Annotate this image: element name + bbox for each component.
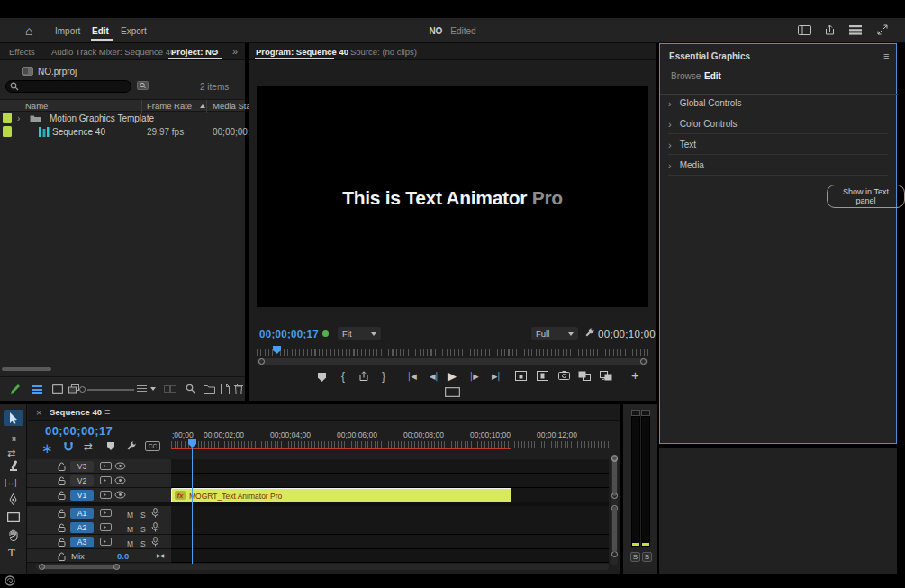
type-tool[interactable]: T bbox=[8, 546, 15, 560]
settings-wrench-icon[interactable] bbox=[584, 327, 595, 339]
tab-project[interactable]: Project: NO bbox=[171, 47, 218, 57]
program-panel-menu-icon[interactable]: ≡ bbox=[326, 46, 331, 57]
export-frame-camera-icon[interactable] bbox=[558, 371, 570, 380]
label-color-swatch[interactable] bbox=[3, 113, 12, 123]
write-keyframes-icon[interactable]: ▶◀ bbox=[157, 552, 163, 558]
essential-graphics-menu-icon[interactable]: ≡ bbox=[883, 50, 889, 61]
step-back-icon[interactable]: ◀│ bbox=[430, 372, 439, 381]
icon-view-icon[interactable] bbox=[52, 384, 63, 394]
sort-ascending-icon[interactable] bbox=[200, 104, 205, 108]
extract-icon[interactable] bbox=[537, 371, 548, 381]
voiceover-mic-icon[interactable] bbox=[151, 508, 159, 519]
track-target-a3[interactable]: A3 bbox=[70, 537, 94, 547]
project-row-sequence[interactable]: Sequence 40 29,97 fps 00;00;00;0 bbox=[0, 125, 245, 139]
ripple-edit-tool[interactable]: ⇄ bbox=[7, 448, 15, 459]
playback-resolution-select[interactable]: Full bbox=[531, 327, 578, 340]
pen-tool[interactable] bbox=[8, 493, 18, 505]
list-horizontal-scrollbar[interactable] bbox=[2, 367, 51, 371]
timeline-h-thumb[interactable] bbox=[41, 565, 120, 569]
h-thumb-right-handle[interactable] bbox=[113, 564, 120, 570]
linked-selection-icon[interactable]: ⇄ bbox=[84, 440, 93, 453]
lock-icon[interactable] bbox=[58, 509, 66, 518]
item-name[interactable]: Sequence 40 bbox=[52, 127, 105, 137]
tab-audio-track-mixer[interactable]: Audio Track Mixer: Sequence 40 bbox=[51, 47, 175, 57]
clear-trash-icon[interactable] bbox=[234, 384, 243, 394]
program-current-timecode[interactable]: 00;00;00;17 bbox=[259, 329, 319, 339]
column-divider[interactable] bbox=[141, 100, 142, 113]
mark-in-icon[interactable]: { bbox=[341, 370, 345, 383]
project-writable-icon[interactable] bbox=[9, 384, 21, 395]
multicam-icon[interactable] bbox=[600, 371, 612, 381]
show-in-text-panel-button[interactable]: Show in Text panel bbox=[827, 185, 905, 208]
program-video-canvas[interactable]: This is Text Animator Pro bbox=[257, 86, 648, 307]
lock-icon[interactable] bbox=[58, 523, 66, 532]
mute-button[interactable]: M bbox=[127, 511, 133, 520]
meter-solo-left-button[interactable]: S bbox=[630, 552, 640, 562]
tab-program[interactable]: Program: Sequence 40 bbox=[256, 47, 348, 57]
quick-export-icon[interactable] bbox=[824, 24, 836, 36]
automate-to-sequence-icon[interactable] bbox=[164, 385, 176, 393]
creative-cloud-sync-icon[interactable] bbox=[5, 575, 15, 586]
timeline-h-scrollbar[interactable] bbox=[36, 564, 609, 570]
voiceover-mic-icon[interactable] bbox=[151, 537, 159, 547]
safe-margins-button[interactable] bbox=[445, 387, 460, 397]
source-patch-icon[interactable] bbox=[100, 523, 112, 531]
tab-source[interactable]: Source: (no clips) bbox=[350, 47, 417, 57]
export-frame-up-icon[interactable] bbox=[358, 371, 369, 382]
tab-overflow-icon[interactable]: » bbox=[232, 46, 238, 57]
go-to-out-icon[interactable]: ▶│ bbox=[492, 372, 501, 381]
source-patch-icon[interactable] bbox=[100, 538, 112, 546]
project-row-mogrt-folder[interactable]: › Motion Graphics Template bbox=[0, 112, 245, 125]
meter-bar-right[interactable] bbox=[641, 416, 650, 547]
track-lane-a1[interactable] bbox=[171, 506, 609, 520]
v-scroll-handle[interactable] bbox=[611, 493, 618, 499]
solo-button[interactable]: S bbox=[140, 511, 146, 520]
find-in-bin-icon[interactable] bbox=[137, 80, 149, 91]
zoom-level-select[interactable]: Fit bbox=[338, 327, 381, 340]
track-lane-a3[interactable] bbox=[171, 535, 609, 549]
project-panel-menu-icon[interactable]: ≡ bbox=[213, 46, 218, 57]
solo-button[interactable]: S bbox=[140, 539, 146, 548]
find-icon[interactable] bbox=[186, 384, 196, 394]
timeline-tab-label[interactable]: Sequence 40 bbox=[50, 407, 102, 417]
source-patch-icon[interactable] bbox=[100, 476, 112, 484]
track-lane-a2[interactable] bbox=[171, 520, 609, 535]
track-lane-v2[interactable] bbox=[171, 474, 609, 488]
track-lane-v3[interactable] bbox=[171, 459, 609, 474]
track-target-v2[interactable]: V2 bbox=[70, 475, 94, 486]
section-text[interactable]: › Text bbox=[668, 135, 888, 155]
selection-tool[interactable] bbox=[4, 410, 23, 426]
tab-effects[interactable]: Effects bbox=[9, 47, 35, 57]
mix-volume-value[interactable]: 0.0 bbox=[117, 551, 129, 561]
close-tab-icon[interactable]: × bbox=[36, 407, 41, 418]
button-editor-plus-icon[interactable]: + bbox=[631, 367, 639, 383]
timeline-settings-wrench-icon[interactable] bbox=[125, 440, 137, 452]
lift-icon[interactable] bbox=[515, 371, 527, 381]
column-frame-rate[interactable]: Frame Rate bbox=[147, 101, 192, 111]
v-scroll-handle[interactable] bbox=[611, 551, 618, 557]
lock-icon[interactable] bbox=[58, 462, 66, 471]
dropped-frame-indicator[interactable] bbox=[322, 330, 329, 337]
tab-browse[interactable]: Browse bbox=[671, 71, 701, 81]
timeline-add-marker-icon[interactable] bbox=[107, 442, 114, 450]
v-thumb-video[interactable] bbox=[612, 457, 617, 496]
timeline-playhead-line[interactable] bbox=[192, 448, 193, 564]
scrollbar-right-handle[interactable] bbox=[640, 358, 647, 365]
voiceover-mic-icon[interactable] bbox=[151, 522, 159, 533]
column-name[interactable]: Name bbox=[25, 101, 48, 111]
disclosure-chevron-icon[interactable]: › bbox=[17, 113, 20, 123]
column-divider[interactable] bbox=[206, 100, 207, 113]
hand-tool[interactable] bbox=[8, 529, 19, 541]
project-bin-path[interactable]: NO.prproj bbox=[38, 67, 77, 77]
snap-magnet-icon[interactable] bbox=[63, 441, 74, 452]
timeline-ruler[interactable]: ;00;00 00;00;02;00 00;00;04;00 00;00;06;… bbox=[171, 424, 609, 454]
lock-icon[interactable] bbox=[58, 552, 66, 561]
track-target-a1[interactable]: A1 bbox=[70, 508, 94, 519]
add-marker-icon[interactable] bbox=[318, 373, 326, 382]
track-select-forward-tool[interactable]: ⇥ bbox=[7, 432, 16, 445]
rectangle-tool[interactable] bbox=[7, 512, 20, 522]
mute-button[interactable]: M bbox=[127, 539, 133, 548]
toggle-track-output-eye-icon[interactable] bbox=[114, 462, 126, 470]
fullscreen-icon[interactable] bbox=[877, 24, 888, 35]
item-name[interactable]: Motion Graphics Template bbox=[50, 113, 154, 123]
